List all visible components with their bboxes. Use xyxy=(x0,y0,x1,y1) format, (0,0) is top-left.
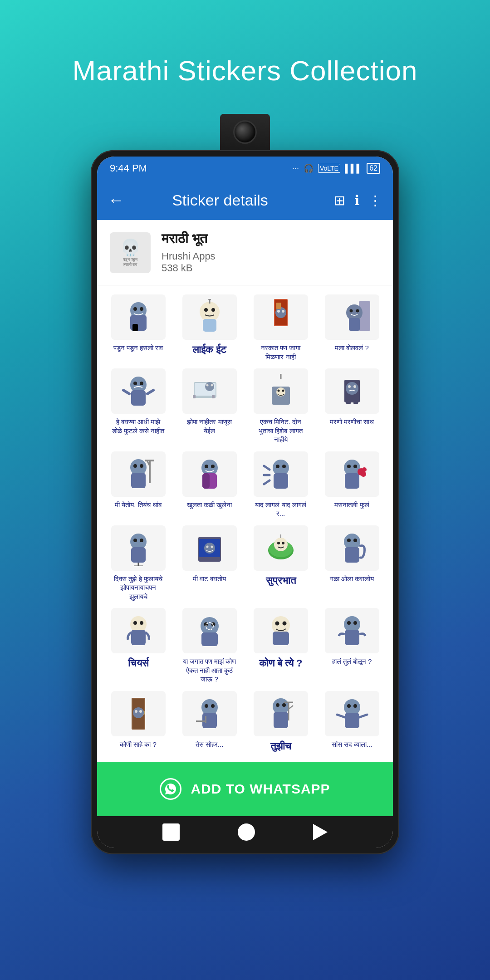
svg-point-81 xyxy=(206,545,208,548)
svg-point-5 xyxy=(200,302,220,322)
svg-point-103 xyxy=(275,622,279,626)
sticker-cell[interactable]: मी वाट बघतोय xyxy=(177,525,241,601)
sticker-cell[interactable]: झोपा नाहीतर माणूस येईल xyxy=(177,368,241,444)
sticker-cell[interactable]: गळा ओला करालोय xyxy=(320,525,384,601)
sticker-label: मला बोलवलं ? xyxy=(335,343,369,353)
sticker-cell[interactable]: मला बोलवलं ? xyxy=(320,294,384,361)
sticker-cell[interactable]: सांस सद व्याला... xyxy=(320,691,384,753)
sticker-image xyxy=(111,451,166,497)
svg-point-31 xyxy=(206,384,208,387)
sticker-image xyxy=(254,608,308,653)
svg-rect-109 xyxy=(345,630,359,645)
sticker-label: हे बघण्या आधी माझे डोळे फुटले कसे नाहीत xyxy=(111,417,166,435)
sticker-image xyxy=(254,525,308,571)
svg-rect-125 xyxy=(274,712,288,728)
sticker-image xyxy=(254,451,308,497)
svg-point-86 xyxy=(277,542,280,544)
svg-point-94 xyxy=(133,621,137,625)
svg-line-26 xyxy=(123,390,129,394)
sticker-cell[interactable]: मसनातली फुलं xyxy=(320,451,384,518)
svg-point-90 xyxy=(347,539,351,542)
svg-point-73 xyxy=(133,539,137,542)
svg-point-115 xyxy=(139,710,142,713)
sticker-label: मरणो मरणीचा साथ xyxy=(330,417,374,426)
sticker-cell[interactable]: लाईक ईट xyxy=(177,294,241,361)
svg-point-117 xyxy=(205,704,208,708)
pack-name: मराठी भूत xyxy=(162,231,216,247)
page-title: Marathi Stickers Collection xyxy=(73,54,418,87)
svg-line-62 xyxy=(264,466,270,470)
svg-rect-105 xyxy=(273,632,289,645)
svg-rect-45 xyxy=(353,400,358,404)
dots-icon: ··· xyxy=(292,164,299,173)
add-to-whatsapp-label: ADD TO WHATSAPP xyxy=(191,781,330,797)
sticker-image xyxy=(325,525,379,571)
sticker-image xyxy=(111,525,166,571)
sticker-label: नरकात पण जागा मिळणार नाही xyxy=(254,343,308,361)
info-icon[interactable]: ℹ xyxy=(354,192,359,208)
sticker-cell[interactable]: हे बघण्या आधी माझे डोळे फुटले कसे नाहीत xyxy=(106,368,170,444)
svg-point-23 xyxy=(133,382,137,385)
svg-line-64 xyxy=(264,480,270,484)
svg-point-59 xyxy=(276,465,279,468)
sticker-label: पडून पडून हसलो राव xyxy=(113,343,163,353)
sticker-grid: पडून पडून हसलो राव लाईक ईट नरकात पण जागा… xyxy=(97,285,393,762)
sticker-cell[interactable]: हालं तुलं बोलून ? xyxy=(320,608,384,684)
sticker-cell[interactable]: मी येतोय. तियंच थांब xyxy=(106,451,170,518)
sticker-cell[interactable]: पडून पडून हसलो राव xyxy=(106,294,170,361)
headphone-icon: 🎧 xyxy=(304,163,314,173)
nav-recent-button[interactable] xyxy=(162,823,180,841)
sticker-image xyxy=(182,451,237,497)
phone-frame: 9:44 PM ··· 🎧 VoLTE ▌▌▌ 62 ← Sticker det… xyxy=(91,150,399,854)
svg-point-3 xyxy=(140,307,143,311)
sticker-label: तेस सोहर... xyxy=(196,740,224,749)
sticker-label: कोणी साहे का ? xyxy=(120,740,157,749)
svg-point-24 xyxy=(140,382,143,385)
nav-home-button[interactable] xyxy=(238,823,255,841)
app-bar-actions: ⊞ ℹ ⋮ xyxy=(334,192,382,208)
sticker-image xyxy=(254,691,308,736)
sticker-cell[interactable]: याद लागलं याद लागलं र... xyxy=(249,451,313,518)
sticker-cell[interactable]: कोण बे त्ये ? xyxy=(249,608,313,684)
sticker-label: गळा ओला करालोय xyxy=(330,574,374,583)
nav-bar xyxy=(97,816,393,848)
sticker-image xyxy=(182,691,237,736)
sticker-cell[interactable]: एकच मिनिट. दोन भुतांचा हिशेब लागत नाहीये xyxy=(249,368,313,444)
pack-author: Hrushi Apps xyxy=(162,250,216,262)
more-options-icon[interactable]: ⋮ xyxy=(368,192,382,208)
sticker-label: या जगात पण माझं कोण ऐकत नाही आता कुठं जा… xyxy=(182,657,237,684)
app-bar-title: Sticker details xyxy=(115,191,325,209)
svg-line-27 xyxy=(147,390,153,394)
svg-rect-44 xyxy=(346,400,351,404)
svg-rect-57 xyxy=(202,473,210,489)
sticker-cell[interactable]: तेस सोहर... xyxy=(177,691,241,753)
svg-point-6 xyxy=(204,308,208,312)
sticker-label: तुझीच xyxy=(270,740,291,753)
sticker-cell[interactable]: दिवस तुझे हे फुलायचे झोपायनायाचपन झुलायच… xyxy=(106,525,170,601)
status-bar: 9:44 PM ··· 🎧 VoLTE ▌▌▌ 62 xyxy=(97,157,393,180)
sticker-cell[interactable]: तुझीच xyxy=(249,691,313,753)
svg-point-113 xyxy=(133,707,144,718)
svg-point-82 xyxy=(211,545,213,548)
battery-icon: 62 xyxy=(367,163,380,174)
sticker-cell[interactable]: खुलता कळी खुलेना xyxy=(177,451,241,518)
sticker-cell[interactable]: या जगात पण माझं कोण ऐकत नाही आता कुठं जा… xyxy=(177,608,241,684)
sticker-cell[interactable]: नरकात पण जागा मिळणार नाही xyxy=(249,294,313,361)
sticker-label: मी वाट बघतोय xyxy=(193,574,226,583)
svg-point-85 xyxy=(274,538,288,551)
svg-point-20 xyxy=(356,309,359,313)
svg-point-48 xyxy=(140,464,143,468)
svg-point-118 xyxy=(211,704,215,708)
svg-rect-8 xyxy=(203,319,216,332)
whatsapp-icon xyxy=(160,778,181,800)
sticker-cell[interactable]: कोणी साहे का ? xyxy=(106,691,170,753)
nav-back-button[interactable] xyxy=(313,824,328,840)
sticker-cell[interactable]: चियर्स xyxy=(106,608,170,684)
svg-point-67 xyxy=(353,465,357,468)
add-to-whatsapp-button[interactable]: ADD TO WHATSAPP xyxy=(97,762,393,816)
sticker-image xyxy=(325,608,379,653)
camera-bump xyxy=(220,114,270,150)
sticker-cell[interactable]: मरणो मरणीचा साथ xyxy=(320,368,384,444)
sticker-cell[interactable]: सुप्रभात xyxy=(249,525,313,601)
grid-icon[interactable]: ⊞ xyxy=(334,192,345,208)
